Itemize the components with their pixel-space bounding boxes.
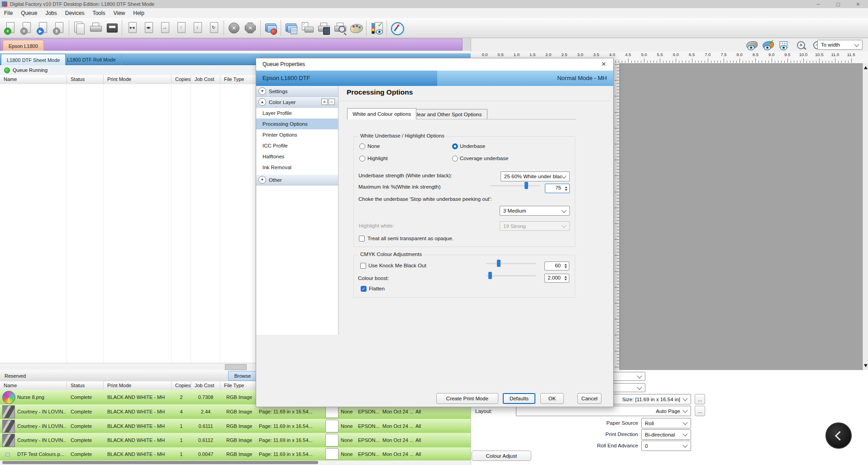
center-page-icon[interactable]: ▸◂ xyxy=(125,20,139,36)
flatten-label[interactable]: Flatten xyxy=(369,286,385,291)
colour-palette-icon[interactable] xyxy=(349,20,363,36)
menu-item-tools[interactable]: Tools xyxy=(88,10,109,16)
tab-epson-l1800[interactable]: Epson L1800 xyxy=(3,40,44,52)
roll-end-advance-select[interactable]: 0 xyxy=(641,441,691,451)
cancel-job-icon[interactable]: ✕ xyxy=(19,20,33,36)
radio-coverage-underbase-label[interactable]: Coverage underbase xyxy=(460,156,508,161)
tab-roll-mode[interactable]: L1800 DTF Roll Mode xyxy=(62,54,122,65)
spin-down-icon[interactable] xyxy=(565,189,568,191)
underbase-strength-select[interactable]: 25 60% White under black xyxy=(501,171,570,181)
menu-item-queue[interactable]: Queue xyxy=(17,10,41,16)
add-layer-button[interactable]: + xyxy=(321,99,328,105)
print-verify-icon[interactable]: ✓✓✓ xyxy=(300,20,315,36)
column-header-job-cost[interactable]: Job Cost xyxy=(191,381,220,390)
menu-item-jobs[interactable]: Jobs xyxy=(41,10,61,16)
rip-preview-icon[interactable] xyxy=(333,20,347,36)
job-row-courtney-3[interactable]: Courtney - IN LOVIN... Complete BLACK AN… xyxy=(0,433,471,448)
column-header-file-type[interactable]: File Type xyxy=(220,381,257,390)
knock-me-black-out-label[interactable]: Use Knock Me Black Out xyxy=(368,263,426,268)
scroll-up-arrow-icon[interactable] xyxy=(864,66,868,69)
layout-select[interactable]: Auto Page xyxy=(516,406,691,416)
defaults-button[interactable]: Defaults xyxy=(503,393,535,404)
copy-job-icon[interactable] xyxy=(72,20,86,36)
column-header-print-mode[interactable]: Print Mode xyxy=(104,75,172,84)
sidebar-item-layer-profile[interactable]: Layer Profile xyxy=(256,108,338,119)
minimize-button[interactable]: ─ xyxy=(808,0,828,8)
ink-preview-icon[interactable]: ✓ xyxy=(369,20,384,36)
rotate-page-icon[interactable]: ↻ xyxy=(206,20,221,36)
scroll-down-arrow-icon[interactable] xyxy=(864,364,868,367)
menu-item-view[interactable]: View xyxy=(109,10,129,16)
slider-thumb[interactable] xyxy=(488,272,492,279)
flatten-checkbox[interactable]: ✓ xyxy=(361,286,367,292)
preview-toggle-icon[interactable] xyxy=(745,39,758,51)
page-preview-canvas[interactable] xyxy=(619,63,863,370)
new-job-icon[interactable]: + xyxy=(3,20,17,36)
radio-none-label[interactable]: None xyxy=(367,143,380,149)
create-print-mode-button[interactable]: Create Print Mode xyxy=(436,393,498,404)
spin-up-icon[interactable] xyxy=(564,276,567,278)
row-action-cell[interactable] xyxy=(325,434,339,446)
spin-up-icon[interactable] xyxy=(565,186,568,188)
abort-device-icon[interactable]: ✕ xyxy=(227,20,241,36)
radio-coverage-underbase[interactable] xyxy=(452,156,458,161)
cancel-button[interactable]: Cancel xyxy=(577,393,601,404)
menu-item-file[interactable]: File xyxy=(0,10,17,16)
knock-me-black-out-spinner[interactable]: 60 xyxy=(544,261,569,270)
slider-thumb[interactable] xyxy=(525,182,528,189)
knock-me-black-out-slider[interactable] xyxy=(486,259,536,267)
semi-transparent-label[interactable]: Treat all semi transparent as opaque. xyxy=(367,236,453,241)
menu-item-devices[interactable]: Devices xyxy=(61,10,89,16)
abort-all-icon[interactable]: ✕ xyxy=(243,20,258,36)
spin-up-icon[interactable] xyxy=(564,264,567,266)
column-header-status[interactable]: Status xyxy=(67,75,104,84)
stretch-height-icon[interactable]: ↕ xyxy=(190,20,205,36)
browse-button[interactable]: Browse xyxy=(228,371,257,381)
job-row-dtf-test[interactable]: DTF Test Colours.p... Complete BLACK AND… xyxy=(0,447,471,461)
fit-width-icon[interactable]: ◂▸ xyxy=(141,20,156,36)
layout-more-button[interactable]: ... xyxy=(695,406,705,416)
radio-highlight-label[interactable]: Highlight xyxy=(367,156,388,161)
job-row-courtney-2[interactable]: Courtney - IN LOVIN... Complete BLACK AN… xyxy=(0,419,471,433)
column-header-name[interactable]: Name xyxy=(0,75,67,84)
column-header-name[interactable]: Name xyxy=(0,381,67,390)
sidebar-section-settings[interactable]: ▼ Settings xyxy=(256,86,338,97)
paper-source-select[interactable]: Roll xyxy=(641,418,691,428)
menu-item-help[interactable]: Help xyxy=(129,10,148,16)
stretch-width-icon[interactable]: ↔ xyxy=(157,20,172,36)
row-action-cell[interactable] xyxy=(325,448,339,460)
reserved-horizontal-scrollbar[interactable] xyxy=(0,460,471,465)
column-header-status[interactable]: Status xyxy=(67,381,104,390)
maximum-ink-spinner[interactable]: 75 xyxy=(545,184,570,193)
sidebar-section-other[interactable]: ▼ Other xyxy=(256,175,338,185)
maximize-button[interactable]: ▢ xyxy=(828,0,848,8)
fit-height-icon[interactable]: ↑ xyxy=(174,20,188,36)
sidebar-item-ink-removal[interactable]: Ink Removal xyxy=(256,162,338,173)
spin-down-icon[interactable] xyxy=(564,266,567,268)
zoom-in-icon[interactable]: + xyxy=(795,39,808,51)
colour-boost-slider[interactable] xyxy=(486,271,536,280)
slider-thumb[interactable] xyxy=(497,260,501,267)
close-queue-icon[interactable] xyxy=(263,20,278,36)
hold-queue-icon[interactable]: ‖ xyxy=(52,20,66,36)
radio-none[interactable] xyxy=(359,143,365,149)
start-queue-icon[interactable]: ▶ xyxy=(35,20,50,36)
navigator-compass-icon[interactable] xyxy=(390,20,404,36)
sidebar-item-icc-profile[interactable]: ICC Profile xyxy=(256,140,338,151)
column-header-job-cost[interactable]: Job Cost xyxy=(191,75,220,84)
page-size-more-button[interactable]: ... xyxy=(695,394,705,404)
radio-underbase-label[interactable]: Underbase xyxy=(460,143,485,149)
sidebar-item-printer-options[interactable]: Printer Options xyxy=(256,129,338,140)
colour-boost-spinner[interactable]: 2.000 xyxy=(544,274,569,283)
queue-manager-icon[interactable] xyxy=(284,20,298,36)
fit-mode-select[interactable]: To width xyxy=(817,40,863,50)
column-header-copies[interactable]: Copies xyxy=(172,75,191,84)
dialog-close-button[interactable]: ✕ xyxy=(600,61,608,67)
column-header-copies[interactable]: Copies xyxy=(172,381,191,390)
sidebar-section-color-layer[interactable]: ▲ Color Layer + − xyxy=(256,97,338,108)
close-button[interactable]: ✕ xyxy=(848,0,868,8)
job-cost-calculator-icon[interactable] xyxy=(316,20,331,36)
colour-preview-icon[interactable]: ✓ xyxy=(761,39,775,51)
colour-adjust-button[interactable]: Colour Adjust xyxy=(472,451,531,461)
spin-down-icon[interactable] xyxy=(564,279,567,280)
